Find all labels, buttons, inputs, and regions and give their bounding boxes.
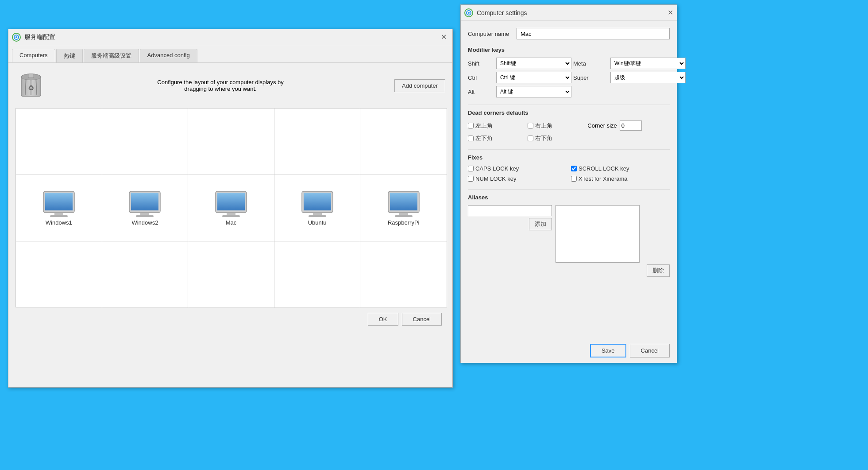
- grid-cell-2-0[interactable]: [16, 241, 102, 308]
- aliases-title: Aliases: [468, 194, 670, 201]
- alt-select[interactable]: Alt 键: [496, 86, 571, 97]
- meta-select[interactable]: Win键/苹键: [610, 58, 686, 69]
- top-right-corner-checkbox[interactable]: [528, 123, 533, 128]
- alt-label: Alt: [468, 89, 494, 95]
- grid-cell-2-4[interactable]: [360, 241, 447, 308]
- svg-rect-26: [304, 193, 331, 210]
- svg-rect-19: [140, 213, 149, 215]
- bottom-right-corner-label[interactable]: 右下角: [528, 134, 580, 142]
- tab-server-advanced[interactable]: 服务端高级设置: [84, 49, 139, 62]
- grid-cell-0-1[interactable]: [102, 109, 189, 175]
- tabs-bar: Computers 热键 服务端高级设置 Advanced config: [8, 45, 452, 63]
- svg-point-35: [468, 12, 470, 14]
- grid-cell-mac[interactable]: Mac: [188, 175, 274, 241]
- tab-hotkeys[interactable]: 热键: [56, 49, 83, 62]
- aliases-add-button[interactable]: 添加: [529, 218, 552, 230]
- caps-lock-checkbox[interactable]: [468, 166, 474, 171]
- xtest-checkbox[interactable]: [571, 176, 577, 182]
- scroll-lock-label[interactable]: SCROLL LOCK key: [571, 165, 670, 172]
- grid-cell-windows2[interactable]: Windows2: [102, 175, 189, 241]
- num-lock-checkbox[interactable]: [468, 176, 474, 182]
- aliases-left: 添加: [468, 205, 552, 230]
- monitor-icon-mac: [213, 190, 249, 219]
- svg-point-2: [15, 36, 17, 38]
- grid-cell-0-2[interactable]: [188, 109, 274, 175]
- svg-rect-28: [309, 215, 326, 217]
- svg-rect-22: [217, 193, 245, 210]
- main-close-button[interactable]: ✕: [438, 32, 449, 43]
- computer-label-mac: Mac: [226, 219, 237, 226]
- grid-cell-raspberrypi[interactable]: RaspberryPi: [360, 175, 447, 241]
- tab-computers[interactable]: Computers: [12, 49, 55, 62]
- grid-cell-windows1[interactable]: Windows1: [16, 175, 102, 241]
- divider-2: [468, 149, 670, 150]
- bottom-right-corner-checkbox[interactable]: [528, 136, 533, 141]
- bottom-left-corner-label[interactable]: 左下角: [468, 134, 521, 142]
- svg-rect-15: [54, 213, 63, 215]
- shift-select[interactable]: Shift键: [496, 58, 571, 69]
- fixes-section: Fixes CAPS LOCK key SCROLL LOCK key NUM …: [468, 154, 670, 182]
- corner-size-label: Corner size: [587, 122, 617, 129]
- dialog-bottom-buttons: Save Cancel: [583, 338, 677, 363]
- trash-icon-container: ♻: [15, 70, 46, 101]
- cancel-button[interactable]: Cancel: [402, 313, 442, 326]
- meta-label: Meta: [573, 60, 609, 67]
- dead-corners-section: Dead corners defaults 左上角 右上角 Corner siz…: [468, 109, 670, 142]
- header-description: Configure the layout of your computer di…: [55, 79, 386, 92]
- computer-name-input[interactable]: [517, 28, 670, 39]
- main-titlebar: 服务端配置 ✕: [8, 29, 452, 45]
- svg-rect-30: [390, 193, 417, 210]
- num-lock-label[interactable]: NUM LOCK key: [468, 175, 567, 182]
- settings-cancel-button[interactable]: Cancel: [630, 344, 670, 357]
- divider-3: [468, 189, 670, 190]
- trash-icon: ♻: [15, 70, 46, 101]
- top-left-corner-checkbox[interactable]: [468, 123, 474, 128]
- computer-label-raspberrypi: RaspberryPi: [388, 219, 420, 226]
- svg-rect-18: [131, 193, 158, 210]
- grid-cell-ubuntu[interactable]: Ubuntu: [274, 175, 361, 241]
- svg-rect-32: [395, 215, 413, 217]
- modifier-keys-grid: Shift Shift键 Meta Win键/苹键 Ctrl Ctrl 键 Su…: [468, 58, 670, 97]
- computer-name-row: Computer name: [468, 28, 670, 39]
- main-window: 服务端配置 ✕ Computers 热键 服务端高级设置 Advanced co…: [8, 29, 453, 388]
- caps-lock-label[interactable]: CAPS LOCK key: [468, 165, 567, 172]
- settings-dialog-title: Computer settings: [477, 9, 667, 16]
- svg-text:♻: ♻: [28, 84, 34, 92]
- settings-close-button[interactable]: ✕: [667, 8, 673, 17]
- computers-grid: Windows1 Windows2: [15, 108, 447, 307]
- ok-button[interactable]: OK: [368, 313, 398, 326]
- svg-rect-24: [222, 215, 240, 217]
- fixes-grid: CAPS LOCK key SCROLL LOCK key NUM LOCK k…: [468, 165, 670, 182]
- top-left-corner-label[interactable]: 左上角: [468, 122, 521, 130]
- add-computer-button[interactable]: Add computer: [394, 79, 445, 92]
- bottom-left-corner-checkbox[interactable]: [468, 136, 474, 141]
- xtest-label[interactable]: XTest for Xinerama: [571, 175, 670, 182]
- settings-titlebar: Computer settings ✕: [461, 5, 677, 21]
- settings-dialog: Computer settings ✕ Computer name Modifi…: [460, 4, 677, 363]
- scroll-lock-checkbox[interactable]: [571, 166, 577, 171]
- grid-cell-0-0[interactable]: [16, 109, 102, 175]
- ctrl-select[interactable]: Ctrl 键: [496, 72, 571, 83]
- aliases-section: Aliases 添加 删除: [468, 194, 670, 277]
- super-select[interactable]: 超级: [610, 72, 686, 83]
- grid-cell-2-1[interactable]: [102, 241, 189, 308]
- settings-dialog-body: Computer name Modifier keys Shift Shift键…: [461, 21, 677, 291]
- grid-cell-2-2[interactable]: [188, 241, 274, 308]
- settings-save-button[interactable]: Save: [590, 344, 626, 357]
- grid-cell-0-4[interactable]: [360, 109, 447, 175]
- top-right-corner-label[interactable]: 右上角: [528, 122, 580, 130]
- aliases-delete-button[interactable]: 删除: [647, 264, 670, 277]
- main-window-title: 服务端配置: [24, 33, 438, 41]
- dead-corners-title: Dead corners defaults: [468, 109, 670, 116]
- tab-advanced-config[interactable]: Advanced config: [140, 49, 197, 62]
- aliases-list[interactable]: [556, 205, 640, 263]
- computer-label-windows1: Windows1: [46, 219, 72, 226]
- grid-cell-0-3[interactable]: [274, 109, 361, 175]
- grid-cell-2-3[interactable]: [274, 241, 361, 308]
- monitor-icon-windows1: [41, 190, 77, 219]
- svg-rect-7: [28, 74, 34, 78]
- aliases-input[interactable]: [468, 205, 552, 216]
- monitor-icon-raspberrypi: [386, 190, 421, 219]
- corner-size-input[interactable]: [620, 120, 642, 131]
- synergy-logo: [12, 33, 21, 42]
